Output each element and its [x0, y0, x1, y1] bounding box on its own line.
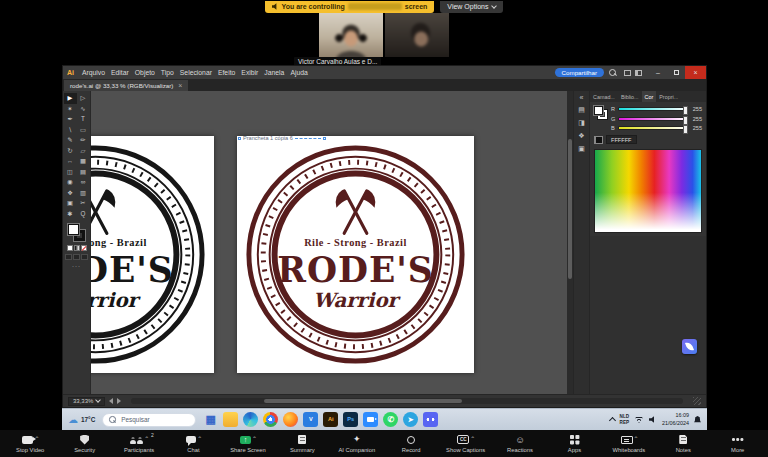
blue-slider[interactable] [618, 126, 688, 130]
tool-gradient[interactable]: ▤ [77, 167, 90, 178]
menu-exibir[interactable]: Exibir [241, 69, 258, 76]
notifications-bell-icon[interactable] [694, 416, 701, 423]
participant-video-2[interactable] [385, 13, 449, 57]
share-document-button[interactable]: Compartilhar [555, 68, 604, 77]
tool-line[interactable]: ∖ [64, 125, 77, 136]
notes-button[interactable]: Notes [656, 430, 710, 457]
weather-widget[interactable]: ☁ 17°C [68, 415, 95, 425]
whiteboards-button[interactable]: ˆ Whiteboards [602, 430, 656, 457]
document-tab[interactable]: rode's.ai @ 33,33 % (RGB/Visualizar) × [64, 80, 188, 91]
tool-shape-builder[interactable]: ◫ [64, 167, 77, 178]
tool-rotate[interactable]: ↻ [64, 146, 77, 157]
tool-selection[interactable]: ▶ [64, 93, 77, 104]
tool-blend[interactable]: ∞ [77, 177, 90, 188]
color-spectrum-picker[interactable] [594, 149, 702, 233]
artboard-right[interactable]: Prancheta 1 cópia 6 [237, 136, 474, 373]
draw-normal-button[interactable] [65, 254, 72, 260]
draw-inside-button[interactable] [81, 254, 88, 260]
summary-button[interactable]: Summary [275, 430, 329, 457]
tool-zoom[interactable]: Q [77, 209, 90, 220]
red-value[interactable]: 255 [691, 106, 702, 112]
swatches-panel-icon[interactable]: ◨ [578, 119, 585, 127]
tool-lasso[interactable]: ∿ [77, 104, 90, 115]
vscode-icon[interactable]: V [303, 412, 318, 427]
panel-fill-stroke-swatch[interactable] [594, 106, 607, 119]
zoom-level-dropdown[interactable]: 33,33% [68, 397, 105, 406]
telegram-icon[interactable]: ➤ [403, 412, 418, 427]
show-captions-button[interactable]: CCˆ Show Captions [438, 430, 492, 457]
blue-value[interactable]: 255 [691, 125, 702, 131]
menu-efeito[interactable]: Efeito [218, 69, 235, 76]
green-slider[interactable] [618, 117, 688, 121]
tool-artboard[interactable]: ▣ [64, 198, 77, 209]
minimize-button[interactable]: – [649, 66, 667, 79]
tool-free-transform[interactable]: ▦ [77, 156, 90, 167]
selection-handle[interactable] [238, 137, 241, 140]
discord-icon[interactable] [423, 412, 438, 427]
menu-janela[interactable]: Janela [264, 69, 284, 76]
file-explorer-icon[interactable] [223, 412, 238, 427]
tab-close-icon[interactable]: × [178, 82, 182, 89]
hidden-icons-chevron[interactable] [609, 417, 616, 424]
tool-pencil[interactable]: ✏ [77, 135, 90, 146]
volume-icon[interactable] [649, 416, 657, 424]
share-screen-button[interactable]: ↑ˆ Share Screen [221, 430, 275, 457]
vertical-scrollbar-thumb[interactable] [568, 139, 572, 278]
participant-video-1[interactable] [319, 13, 383, 57]
record-button[interactable]: Record [384, 430, 438, 457]
tool-slice[interactable]: ✂ [77, 198, 90, 209]
tool-hand[interactable]: ✱ [64, 209, 77, 220]
whatsapp-icon[interactable]: ✆ [383, 412, 398, 427]
menu-objeto[interactable]: Objeto [135, 69, 155, 76]
edge-icon[interactable] [243, 412, 258, 427]
chat-button[interactable]: ˆ Chat [166, 430, 220, 457]
tool-type[interactable]: T [77, 114, 90, 125]
tab-camadas[interactable]: Camad... [590, 91, 618, 102]
menu-ajuda[interactable]: Ajuda [290, 69, 307, 76]
artboard-next-icon[interactable] [117, 398, 121, 404]
tool-paintbrush[interactable]: ✎ [64, 135, 77, 146]
collapse-panels-icon[interactable]: « [580, 94, 584, 101]
horizontal-scrollbar-thumb[interactable] [264, 399, 463, 403]
hex-value-field[interactable]: FFFFFF [606, 135, 637, 144]
clock-widget[interactable]: 16:09 21/06/2024 [662, 412, 689, 426]
layers-panel-icon[interactable]: ▤ [578, 106, 585, 114]
artboard-prev-icon[interactable] [109, 398, 113, 404]
tool-width[interactable]: ↔ [64, 156, 77, 167]
tool-eyedropper[interactable]: ◉ [64, 177, 77, 188]
none-button[interactable] [81, 245, 87, 251]
more-button[interactable]: More [710, 430, 764, 457]
tool-pen[interactable]: ✒ [64, 114, 77, 125]
artboard-name-label[interactable]: Prancheta 1 cópia 6 [238, 135, 326, 141]
tool-magic-wand[interactable]: ✶ [64, 104, 77, 115]
bw-default-swatch[interactable] [594, 136, 603, 144]
reactions-button[interactable]: ☺ Reactions [493, 430, 547, 457]
illustrator-taskbar-icon[interactable]: Ai [323, 412, 338, 427]
tool-direct-selection[interactable]: ▷ [77, 93, 90, 104]
red-slider[interactable] [618, 107, 688, 111]
view-options-button[interactable]: View Options [440, 1, 503, 13]
chevron-up-icon[interactable]: ˆ [198, 438, 201, 442]
fill-swatch[interactable] [68, 224, 79, 235]
apps-button[interactable]: Apps [547, 430, 601, 457]
zoom-app-icon[interactable] [363, 412, 378, 427]
tool-symbol-sprayer[interactable]: ❖ [64, 188, 77, 199]
panel-fill-swatch[interactable] [594, 106, 603, 115]
tool-graph[interactable]: ▥ [77, 188, 90, 199]
color-button[interactable] [67, 245, 73, 251]
taskbar-search[interactable]: Pesquisar [102, 413, 196, 427]
symbols-panel-icon[interactable]: ❖ [578, 132, 584, 140]
security-button[interactable]: Security [57, 430, 111, 457]
chevron-up-icon[interactable]: ˆ [253, 438, 256, 442]
vertical-scrollbar[interactable] [567, 91, 573, 394]
participants-button[interactable]: 2ˆ Participants [112, 430, 166, 457]
edit-toolbar-icon[interactable]: ··· [72, 263, 81, 269]
chevron-up-icon[interactable]: ˆ [471, 438, 474, 442]
lightshot-icon[interactable] [682, 339, 697, 354]
tab-bibliotecas[interactable]: Biblio... [618, 91, 642, 102]
canvas[interactable]: Rile - Strong - Brazil RODE'S Warrior Pr… [91, 91, 573, 394]
gradient-button[interactable] [74, 245, 80, 251]
tool-rectangle[interactable]: ▭ [77, 125, 90, 136]
menu-selecionar[interactable]: Selecionar [180, 69, 212, 76]
artboard-left[interactable]: Rile - Strong - Brazil RODE'S Warrior [91, 136, 214, 373]
